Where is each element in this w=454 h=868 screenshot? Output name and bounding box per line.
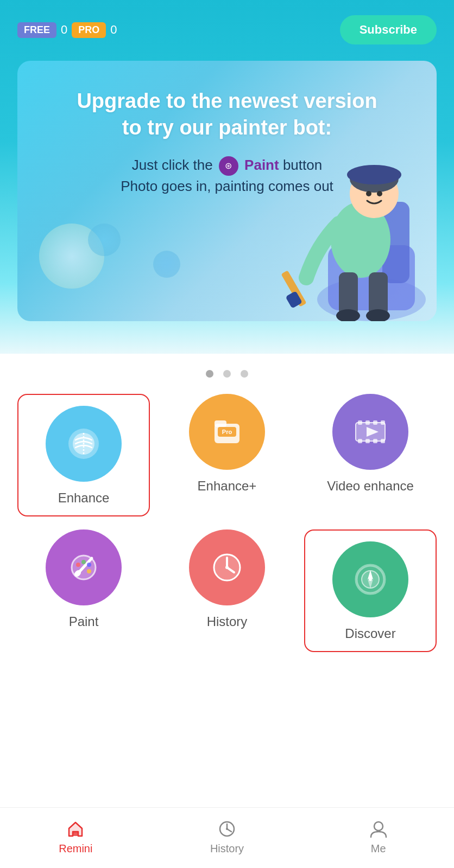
svg-rect-46: [73, 832, 78, 836]
enhance-circle: [46, 406, 122, 482]
discover-icon: [351, 560, 389, 598]
svg-rect-11: [339, 272, 358, 316]
feature-discover[interactable]: Discover: [304, 529, 437, 652]
feature-grid: Enhance Pro Enhance+: [17, 394, 437, 652]
svg-rect-22: [358, 420, 362, 425]
top-background: FREE 0 PRO 0 Subscribe Upgrade to the ne…: [0, 0, 454, 354]
discover-label: Discover: [345, 626, 395, 641]
feature-history[interactable]: History: [161, 529, 293, 652]
svg-point-40: [225, 566, 229, 569]
bottom-navigation: Remini History Me: [0, 807, 454, 868]
svg-rect-24: [373, 420, 377, 425]
feature-enhance[interactable]: Enhance: [17, 394, 150, 516]
svg-point-34: [81, 560, 86, 564]
svg-rect-12: [369, 272, 388, 316]
enhance-plus-label: Enhance+: [198, 478, 257, 494]
pro-count: 0: [110, 23, 117, 37]
remini-nav-label: Remini: [59, 843, 92, 855]
remini-nav-icon: [65, 819, 86, 839]
feature-enhance-plus[interactable]: Pro Enhance+: [161, 394, 293, 516]
nav-me[interactable]: Me: [302, 819, 454, 855]
history-nav-label: History: [210, 843, 244, 855]
svg-point-35: [87, 563, 91, 567]
svg-point-7: [366, 191, 371, 196]
history-circle: [189, 529, 265, 605]
painter-illustration: [274, 137, 426, 321]
svg-rect-28: [373, 439, 377, 443]
paint-circle: [46, 529, 122, 605]
nav-history[interactable]: History: [152, 819, 303, 855]
history-nav-icon: [217, 819, 237, 839]
svg-rect-25: [381, 420, 385, 425]
dot-3[interactable]: [241, 370, 248, 378]
discover-circle: [332, 541, 408, 617]
svg-point-33: [76, 563, 80, 567]
svg-point-45: [369, 578, 372, 581]
svg-rect-29: [381, 439, 385, 443]
enhance-icon: [65, 425, 103, 463]
enhance-label: Enhance: [58, 490, 110, 506]
video-enhance-icon: [351, 413, 389, 451]
me-nav-label: Me: [371, 843, 386, 855]
banner-card: Upgrade to the newest versionto try our …: [17, 61, 437, 321]
free-badge: FREE: [17, 22, 56, 38]
history-label: History: [207, 614, 248, 629]
decoration-blob-3: [153, 251, 180, 278]
dot-2[interactable]: [223, 370, 231, 378]
svg-point-36: [87, 569, 91, 573]
video-enhance-circle: [332, 394, 408, 470]
svg-text:Pro: Pro: [222, 429, 232, 435]
video-enhance-label: Video enhance: [327, 478, 414, 494]
enhance-plus-icon: Pro: [208, 413, 246, 451]
banner-title: Upgrade to the newest versionto try our …: [39, 88, 415, 142]
svg-rect-23: [365, 420, 370, 425]
dot-1[interactable]: [206, 370, 213, 378]
decoration-blob-2: [88, 224, 121, 256]
free-count: 0: [61, 23, 67, 37]
history-icon: [208, 548, 246, 586]
feature-paint[interactable]: Paint: [17, 529, 150, 652]
subscribe-button[interactable]: Subscribe: [340, 15, 437, 44]
header-credits: FREE 0 PRO 0: [17, 22, 117, 38]
pro-badge: PRO: [72, 22, 106, 38]
svg-point-51: [374, 822, 383, 831]
feature-grid-section: Enhance Pro Enhance+: [0, 388, 454, 663]
enhance-plus-circle: Pro: [189, 394, 265, 470]
svg-point-6: [347, 165, 401, 184]
svg-rect-26: [358, 439, 362, 443]
feature-video-enhance[interactable]: Video enhance: [304, 394, 437, 516]
nav-remini[interactable]: Remini: [0, 819, 152, 855]
header-row: FREE 0 PRO 0 Subscribe: [17, 15, 437, 44]
carousel-dots: [0, 354, 454, 388]
svg-point-50: [226, 828, 228, 830]
paint-label: Paint: [69, 614, 99, 629]
svg-rect-27: [365, 439, 370, 443]
svg-rect-18: [215, 420, 226, 427]
me-nav-icon: [368, 819, 389, 839]
svg-point-8: [377, 191, 382, 196]
paint-icon: [65, 548, 103, 586]
